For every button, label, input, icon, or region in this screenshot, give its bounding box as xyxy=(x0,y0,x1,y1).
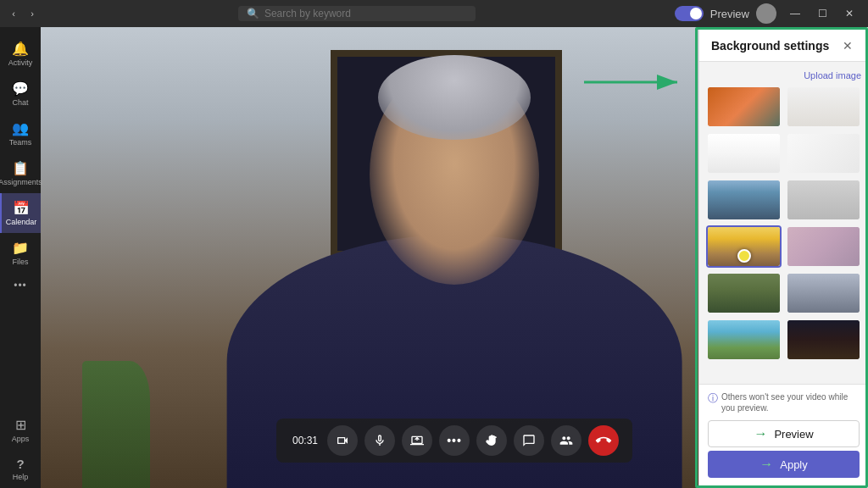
apply-button-label: Apply xyxy=(780,458,808,471)
title-bar: ‹ › 🔍 Preview — ☐ ✕ xyxy=(0,0,868,27)
raise-hand-button[interactable] xyxy=(476,425,507,456)
sidebar-label-chat: Chat xyxy=(12,98,28,107)
call-controls: 00:31 ••• xyxy=(276,419,632,463)
bg-panel-title: Background settings xyxy=(711,39,829,53)
sidebar-item-assignments[interactable]: 📋 Assignments xyxy=(0,153,41,193)
apply-button[interactable]: → Apply xyxy=(708,451,860,478)
bg-option-office[interactable] xyxy=(706,179,782,221)
bg-option-library[interactable] xyxy=(786,272,861,314)
bg-panel-body: Upload image xyxy=(699,62,868,384)
sidebar-label-help: Help xyxy=(13,473,29,481)
bg-option-fantasy[interactable] xyxy=(786,225,861,268)
nav-controls: ‹ › xyxy=(7,7,39,20)
preview-arrow-icon: → xyxy=(754,426,767,441)
preview-toggle: Preview xyxy=(675,6,749,21)
bg-option-white-simple[interactable] xyxy=(786,132,861,175)
bg-thumbnail-white-min xyxy=(708,134,780,173)
help-icon: ? xyxy=(16,457,24,471)
background-grid xyxy=(706,86,861,361)
bg-option-living[interactable] xyxy=(706,272,782,314)
camera-button[interactable] xyxy=(327,425,358,456)
bg-option-yellow[interactable] xyxy=(706,225,782,268)
bg-thumbnail-white-simple xyxy=(787,134,860,173)
sidebar: 🔔 Activity 💬 Chat 👥 Teams 📋 Assignments … xyxy=(0,27,41,488)
bg-option-white-min[interactable] xyxy=(706,132,782,175)
sidebar-item-more[interactable]: ••• xyxy=(0,273,41,298)
search-icon: 🔍 xyxy=(247,8,259,19)
sidebar-label-assignments: Assignments xyxy=(0,178,42,186)
bg-panel-footer: ⓘ Others won't see your video while you … xyxy=(699,384,868,488)
end-call-button[interactable] xyxy=(588,425,619,456)
search-bar: 🔍 xyxy=(39,6,675,21)
upload-image-button[interactable]: Upload image xyxy=(706,69,861,86)
activity-icon: 🔔 xyxy=(12,41,29,57)
share-button[interactable] xyxy=(402,425,432,456)
sidebar-item-files[interactable]: 📁 Files xyxy=(0,233,41,273)
search-wrapper: 🔍 xyxy=(238,6,476,21)
bg-settings-panel: Background settings ✕ Upload image xyxy=(698,27,868,488)
person-hair xyxy=(378,55,531,140)
preview-button-label: Preview xyxy=(774,428,813,441)
apply-arrow-icon: → xyxy=(760,457,773,472)
selected-indicator xyxy=(737,249,751,263)
calendar-icon: 📅 xyxy=(13,200,30,216)
sidebar-bottom: ⊞ Apps ? Help xyxy=(0,410,41,488)
call-timer: 00:31 xyxy=(290,435,320,446)
preview-label: Preview xyxy=(710,8,749,20)
sidebar-item-help[interactable]: ? Help xyxy=(0,450,41,488)
sidebar-label-teams: Teams xyxy=(9,138,32,147)
sidebar-item-apps[interactable]: ⊞ Apps xyxy=(0,410,41,450)
bg-thumbnail-minecraft-dark xyxy=(787,320,860,359)
chat-icon: 💬 xyxy=(12,80,29,97)
mic-button[interactable] xyxy=(364,425,395,456)
bg-option-minecraft-day[interactable] xyxy=(706,319,782,361)
sidebar-item-teams[interactable]: 👥 Teams xyxy=(0,114,41,153)
maximize-button[interactable]: ☐ xyxy=(810,2,834,25)
minimize-button[interactable]: — xyxy=(783,2,807,25)
bg-panel-close-button[interactable]: ✕ xyxy=(839,37,856,54)
chat-button[interactable] xyxy=(514,425,544,456)
bg-thumbnail-gray-room xyxy=(787,180,860,219)
bg-option-minecraft-dark[interactable] xyxy=(786,319,861,361)
bg-thumbnail-fantasy xyxy=(787,227,860,266)
search-input[interactable] xyxy=(264,8,467,19)
more-options-button[interactable]: ••• xyxy=(439,425,470,456)
files-icon: 📁 xyxy=(12,240,29,256)
window-controls: — ☐ ✕ xyxy=(783,2,861,25)
sidebar-item-chat[interactable]: 💬 Chat xyxy=(0,74,41,114)
pointing-arrow xyxy=(584,69,686,95)
toggle-thumb xyxy=(690,8,702,19)
back-button[interactable]: ‹ xyxy=(7,7,20,20)
sidebar-item-activity[interactable]: 🔔 Activity xyxy=(0,34,41,74)
preview-button[interactable]: → Preview xyxy=(708,420,860,447)
info-icon: ⓘ xyxy=(708,392,718,406)
bg-thumbnail-minecraft-day xyxy=(708,320,780,359)
sidebar-label-calendar: Calendar xyxy=(6,218,37,226)
bg-thumbnail-white-room xyxy=(787,87,860,126)
apps-icon: ⊞ xyxy=(15,417,26,433)
sidebar-label-apps: Apps xyxy=(12,435,30,443)
user-avatar[interactable] xyxy=(756,3,776,24)
preview-note-text: Others won't see your video while you pr… xyxy=(721,391,860,413)
plant xyxy=(82,361,150,488)
preview-note: ⓘ Others won't see your video while you … xyxy=(708,391,860,413)
bg-option-orange[interactable] xyxy=(706,86,782,128)
close-button[interactable]: ✕ xyxy=(837,2,861,25)
forward-button[interactable]: › xyxy=(25,7,39,20)
bg-thumbnail-living xyxy=(708,274,780,313)
sidebar-item-calendar[interactable]: 📅 Calendar xyxy=(0,193,41,233)
sidebar-label-files: Files xyxy=(12,258,28,266)
bg-thumbnail-yellow xyxy=(708,227,780,266)
arrow-overlay xyxy=(584,69,686,98)
sidebar-label-activity: Activity xyxy=(8,58,33,67)
bg-thumbnail-orange xyxy=(708,87,780,126)
preview-toggle-switch[interactable] xyxy=(675,6,704,21)
participants-button[interactable] xyxy=(551,425,581,456)
assignments-icon: 📋 xyxy=(12,160,29,176)
bg-option-gray-room[interactable] xyxy=(786,179,861,221)
bg-thumbnail-library xyxy=(787,274,860,313)
more-icon: ••• xyxy=(14,280,27,291)
bg-option-white-room[interactable] xyxy=(786,86,861,128)
teams-icon: 👥 xyxy=(12,120,29,136)
bg-thumbnail-office xyxy=(708,180,780,219)
